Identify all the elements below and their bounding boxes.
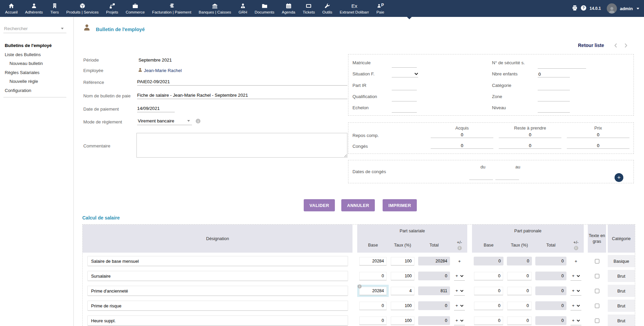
zone-input[interactable] <box>538 95 570 101</box>
sal-base-input[interactable] <box>359 317 387 325</box>
sal-base-input[interactable] <box>359 302 387 310</box>
echelon-input[interactable] <box>392 107 417 113</box>
employee-link[interactable]: Jean-Marie Rachel <box>144 68 182 73</box>
pat-rate-input[interactable] <box>507 287 532 295</box>
nav-item-agenda[interactable]: Agenda <box>278 0 299 17</box>
designation-input[interactable] <box>87 301 348 311</box>
conges-acquis-input[interactable] <box>431 143 493 149</box>
sidebar-item-regles-salariales[interactable]: Règles Salariales <box>0 68 73 77</box>
date-from-input[interactable] <box>469 174 493 180</box>
nav-item-facturation[interactable]: Facturation | Paiement <box>148 0 195 17</box>
payment-mode-select[interactable]: Virement bancaire <box>137 117 192 125</box>
enfants-input[interactable] <box>538 71 570 77</box>
pat-base-input[interactable] <box>474 302 503 310</box>
pat-sign-select[interactable]: + <box>571 316 581 325</box>
sal-base-input[interactable] <box>359 257 387 265</box>
part-patronale-header: Part patronale <box>472 225 584 237</box>
comment-textarea[interactable] <box>136 133 347 158</box>
sitemap-icon <box>109 3 115 9</box>
secu-input[interactable] <box>538 63 586 69</box>
repos-reste-input[interactable] <box>499 132 561 138</box>
qualification-input[interactable] <box>392 95 417 101</box>
cancel-button[interactable]: ANNULER <box>341 199 375 211</box>
nav-item-documents[interactable]: Documents <box>251 0 278 17</box>
sal-sign-select[interactable]: + <box>454 316 465 325</box>
nav-item-projets[interactable]: Projets <box>102 0 122 17</box>
print-icon[interactable] <box>572 5 578 12</box>
sal-rate-input[interactable] <box>391 257 414 265</box>
sidebar-item-bulletins[interactable]: Bulletins de l'employé <box>0 41 73 50</box>
nav-item-extranet[interactable]: Ex Extranet Dolibarr <box>336 0 372 17</box>
repos-prix-input[interactable] <box>567 132 629 138</box>
situation-select[interactable] <box>392 70 418 77</box>
sal-base-input[interactable] <box>359 287 387 295</box>
bold-text-checkbox[interactable] <box>595 259 599 263</box>
sidebar-item-nouvelle-regle[interactable]: Nouvelle règle <box>0 77 73 86</box>
validate-button[interactable]: VALIDER <box>304 199 335 211</box>
sal-sign-select[interactable]: + <box>454 271 465 281</box>
pat-base-input[interactable] <box>474 287 503 295</box>
sidebar-item-configuration[interactable]: Configuration <box>0 86 73 95</box>
sal-rate-input[interactable] <box>391 317 414 325</box>
chevron-down-icon[interactable] <box>637 8 639 9</box>
designation-input[interactable] <box>87 316 348 326</box>
pat-rate-input[interactable] <box>507 302 532 310</box>
user-menu[interactable]: admin <box>620 6 633 11</box>
nav-item-banques[interactable]: Banques | Caisses <box>195 0 235 17</box>
designation-input[interactable] <box>87 271 348 281</box>
bold-text-checkbox[interactable] <box>595 289 599 293</box>
sal-rate-input[interactable] <box>391 302 414 310</box>
sidebar-item-nouveau-bulletin[interactable]: Nouveau bulletin <box>0 59 73 68</box>
date-to-input[interactable] <box>495 174 519 180</box>
chevron-left-icon[interactable] <box>614 43 617 49</box>
niveau-input[interactable] <box>538 107 570 113</box>
nav-item-commerce[interactable]: Commerce <box>122 0 148 17</box>
print-button[interactable]: IMPRIMER <box>383 199 417 211</box>
avatar[interactable] <box>607 3 617 14</box>
nav-item-accueil[interactable]: Accueil <box>1 0 21 17</box>
nav-item-tickets[interactable]: Tickets <box>299 0 319 17</box>
pat-sign-select[interactable]: + <box>571 286 581 296</box>
sidebar-item-liste-bulletins[interactable]: Liste des Bulletins <box>0 50 73 60</box>
nav-item-adherents[interactable]: Adhérents <box>21 0 46 17</box>
pat-rate-input[interactable] <box>507 272 532 280</box>
sal-sign-select[interactable]: + <box>454 301 465 310</box>
bold-text-checkbox[interactable] <box>595 274 599 278</box>
add-date-button[interactable] <box>615 173 623 182</box>
payment-date-input[interactable] <box>137 105 175 112</box>
nav-item-tiers[interactable]: Tiers <box>47 0 63 17</box>
category-value: Brut <box>608 300 635 312</box>
repos-acquis-input[interactable] <box>431 132 493 138</box>
part-ir-input[interactable] <box>392 84 417 90</box>
nav-item-paie[interactable]: P Paie <box>373 0 388 17</box>
help-icon[interactable]: ? <box>581 5 586 12</box>
chevron-right-icon[interactable] <box>624 43 628 49</box>
nav-item-produits[interactable]: Produits | Services <box>63 0 103 17</box>
pat-sign-select[interactable]: + <box>571 271 581 281</box>
nav-item-grh[interactable]: GRH <box>235 0 251 17</box>
sal-base-input[interactable] <box>359 272 387 280</box>
nav-item-outils[interactable]: Outils <box>319 0 336 17</box>
conges-prix-input[interactable] <box>567 143 629 149</box>
bulletin-name-input[interactable] <box>137 92 347 99</box>
bold-text-checkbox[interactable] <box>595 304 599 308</box>
pat-rate-input[interactable] <box>507 317 532 325</box>
back-to-list-link[interactable]: Retour liste <box>578 43 604 48</box>
sidebar-menu: Bulletins de l'employé Liste des Bulleti… <box>0 41 73 95</box>
matricule-input[interactable] <box>392 62 417 68</box>
sal-rate-input[interactable] <box>391 272 414 280</box>
pat-base-input[interactable] <box>474 272 503 280</box>
conges-reste-input[interactable] <box>499 143 561 149</box>
designation-input[interactable] <box>87 256 348 266</box>
extranet-icon: Ex <box>351 3 358 9</box>
sal-sign-select[interactable]: + <box>454 286 465 296</box>
acquis-header: Acquis <box>431 125 493 131</box>
designation-input[interactable] <box>87 286 348 296</box>
reference-input[interactable] <box>137 78 347 86</box>
sal-rate-input[interactable] <box>391 287 414 295</box>
pat-base-input[interactable] <box>474 317 503 325</box>
bold-text-checkbox[interactable] <box>595 319 599 323</box>
pat-sign-select[interactable]: + <box>571 301 581 310</box>
categorie-input[interactable] <box>538 84 570 90</box>
search-input[interactable]: Rechercher <box>3 24 66 33</box>
